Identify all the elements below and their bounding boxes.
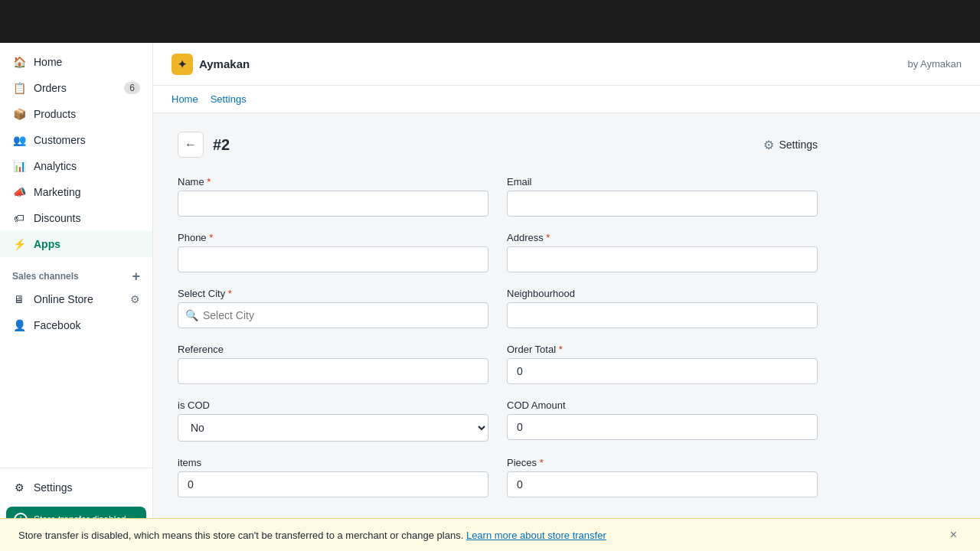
address-label: Address * xyxy=(507,232,818,243)
is-cod-label: is COD xyxy=(178,399,488,411)
home-icon: 🏠 xyxy=(12,55,26,69)
pieces-label: Pieces * xyxy=(507,457,818,468)
notification-text: Store transfer is disabled, which means … xyxy=(153,530,606,541)
search-icon: 🔍 xyxy=(185,309,198,321)
items-input[interactable] xyxy=(178,471,488,497)
phone-required-star: * xyxy=(209,232,213,243)
sidebar-item-analytics[interactable]: 📊 Analytics xyxy=(0,153,152,179)
email-input[interactable] xyxy=(507,191,818,217)
name-input[interactable] xyxy=(178,191,488,217)
address-required-star: * xyxy=(546,232,550,243)
pieces-required-star: * xyxy=(540,457,544,468)
neighbourhood-input[interactable] xyxy=(507,302,818,328)
settings-button[interactable]: ⚙ Settings xyxy=(763,138,818,152)
pieces-field-group: Pieces * xyxy=(507,457,818,497)
form-area: ← #2 ⚙ Settings Name xyxy=(153,113,842,516)
sidebar-item-apps[interactable]: ⚡ Apps xyxy=(0,231,152,257)
main-content: ✦ Aymakan by Aymakan Home Settings xyxy=(153,43,980,551)
address-input[interactable] xyxy=(507,246,818,272)
breadcrumb-home-link[interactable]: Home xyxy=(172,93,198,105)
facebook-icon: 👤 xyxy=(12,318,26,332)
form-title-group: ← #2 xyxy=(178,132,230,158)
notification-close-button[interactable]: × xyxy=(946,527,962,543)
online-store-settings-icon[interactable]: ⚙ xyxy=(130,293,140,305)
name-field-group: Name * xyxy=(178,176,488,217)
neighbourhood-field-group: Neighbourhood xyxy=(507,288,818,328)
sidebar-item-products[interactable]: 📦 Products xyxy=(0,101,152,127)
analytics-icon: 📊 xyxy=(12,159,26,173)
form-title: #2 xyxy=(213,136,230,154)
products-icon: 📦 xyxy=(12,107,26,121)
form-header: ← #2 ⚙ Settings xyxy=(178,132,818,158)
select-city-label: Select City * xyxy=(178,288,488,299)
notification-bar: Store transfer is disabled, which means … xyxy=(153,518,980,551)
sidebar-item-home[interactable]: 🏠 Home xyxy=(0,49,152,75)
address-field-group: Address * xyxy=(507,232,818,272)
sidebar-item-online-store[interactable]: 🖥 Online Store ⚙ xyxy=(0,286,152,312)
name-required-star: * xyxy=(207,176,211,187)
notification-learn-more-link[interactable]: Learn more about store transfer xyxy=(466,530,606,541)
is-cod-field-group: is COD No Yes xyxy=(178,399,488,442)
sidebar-item-customers[interactable]: 👥 Customers xyxy=(0,127,152,153)
is-cod-select[interactable]: No Yes xyxy=(178,414,488,442)
neighbourhood-label: Neighbourhood xyxy=(507,288,818,299)
reference-input[interactable] xyxy=(178,358,488,384)
sidebar: 🏠 Home 📋 Orders 6 📦 Products 👥 Customers… xyxy=(0,43,153,551)
sidebar-item-settings[interactable]: ⚙ Settings xyxy=(0,474,152,500)
cod-amount-input[interactable] xyxy=(507,414,818,440)
gear-icon: ⚙ xyxy=(763,138,774,152)
marketing-icon: 📣 xyxy=(12,185,26,199)
items-label: items xyxy=(178,457,488,468)
topbar-right-label: by Aymakan xyxy=(907,58,962,70)
select-city-input[interactable] xyxy=(178,302,488,328)
phone-field-group: Phone * xyxy=(178,232,488,272)
reference-field-group: Reference xyxy=(178,344,488,384)
sidebar-item-marketing[interactable]: 📣 Marketing xyxy=(0,179,152,205)
select-city-required-star: * xyxy=(228,288,232,299)
reference-label: Reference xyxy=(178,344,488,355)
cod-amount-label: COD Amount xyxy=(507,399,818,411)
select-city-field-group: Select City * 🔍 xyxy=(178,288,488,328)
phone-input[interactable] xyxy=(178,246,488,272)
form-grid: Name * Email xyxy=(178,176,818,497)
customers-icon: 👥 xyxy=(12,133,26,147)
back-button[interactable]: ← xyxy=(178,132,204,158)
select-city-wrapper: 🔍 xyxy=(178,302,488,328)
order-total-required-star: * xyxy=(559,344,563,355)
phone-label: Phone * xyxy=(178,232,488,243)
brand-logo: ✦ xyxy=(172,54,193,75)
breadcrumb-settings-link[interactable]: Settings xyxy=(211,93,247,105)
orders-badge: 6 xyxy=(124,82,140,94)
sales-channels-section: Sales channels + xyxy=(0,257,152,286)
orders-icon: 📋 xyxy=(12,81,26,95)
cod-amount-field-group: COD Amount xyxy=(507,399,818,442)
pieces-input[interactable] xyxy=(507,471,818,497)
email-label: Email xyxy=(507,176,818,187)
order-total-input[interactable] xyxy=(507,358,818,384)
discounts-icon: 🏷 xyxy=(12,211,26,225)
online-store-icon: 🖥 xyxy=(12,292,26,306)
order-total-field-group: Order Total * xyxy=(507,344,818,384)
topbar-brand: ✦ Aymakan xyxy=(172,54,250,75)
apps-icon: ⚡ xyxy=(12,237,26,251)
order-total-label: Order Total * xyxy=(507,344,818,355)
add-sales-channel-btn[interactable]: + xyxy=(132,269,140,283)
settings-icon: ⚙ xyxy=(12,481,26,494)
email-field-group: Email xyxy=(507,176,818,217)
topbar: ✦ Aymakan by Aymakan xyxy=(153,43,980,86)
page-content: Home Settings ← #2 ⚙ xyxy=(153,86,980,551)
sidebar-item-orders[interactable]: 📋 Orders 6 xyxy=(0,75,152,101)
sidebar-item-facebook[interactable]: 👤 Facebook xyxy=(0,312,152,338)
sidebar-item-discounts[interactable]: 🏷 Discounts xyxy=(0,205,152,231)
items-field-group: items xyxy=(178,457,488,497)
name-label: Name * xyxy=(178,176,488,187)
breadcrumb: Home Settings xyxy=(153,86,980,113)
